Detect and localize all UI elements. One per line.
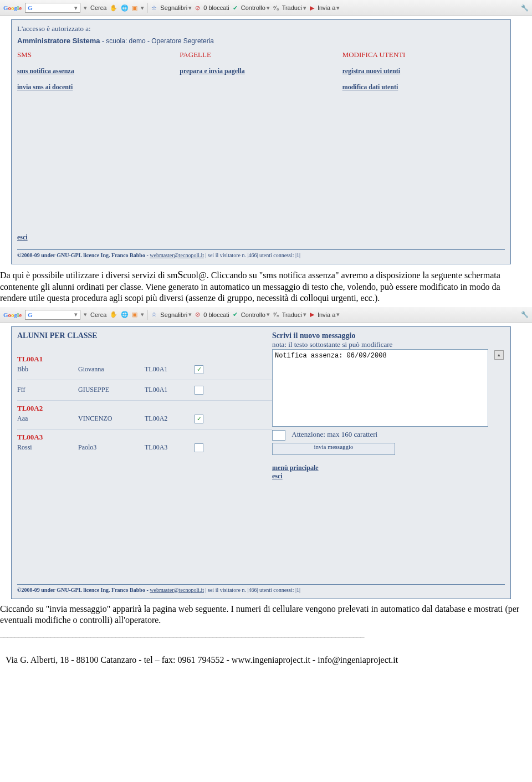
footer-contact: Via G. Alberti, 18 - 88100 Catanzaro - t…: [6, 655, 398, 665]
webmaster-link[interactable]: webmaster@tecnopoli.it: [150, 252, 204, 258]
student-class: TL00A3: [145, 443, 195, 452]
webmaster-link[interactable]: webmaster@tecnopoli.it: [150, 587, 204, 593]
cerca-button[interactable]: Cerca: [90, 4, 106, 11]
footer-copyright: ©2008-09 under GNU-GPL licence Ing. Fran…: [17, 587, 150, 593]
invia-messaggio-button[interactable]: invia messaggio: [272, 443, 395, 455]
google-logo: Google: [3, 311, 22, 318]
invia-button[interactable]: Invia a▾: [318, 311, 340, 318]
blocks-icon: ▣: [132, 4, 137, 12]
segnalibri-button[interactable]: Segnalibri▾: [160, 4, 192, 12]
check-icon: ✔: [233, 311, 238, 318]
blocks-icon: ▣: [132, 311, 137, 318]
invia-button[interactable]: Invia a▾: [318, 4, 340, 12]
student-row: Rossi Paolo3 TL00A3: [17, 443, 272, 452]
admin-panel-screenshot: L'accesso è autorizzato a: Amministrator…: [11, 19, 511, 264]
controllo-button[interactable]: Controllo▾: [241, 311, 270, 318]
description-paragraph-1: Da qui è possibile utilizzare i diversi …: [0, 269, 526, 304]
sms-heading: SMS: [17, 50, 180, 59]
pagelle-heading: PAGELLE: [180, 50, 342, 59]
block-icon: ⊘: [195, 311, 200, 318]
student-name: VINCENZO: [78, 415, 145, 423]
student-surname: Aaa: [17, 415, 78, 423]
traduci-icon: ᵃ⁄ₐ: [273, 311, 279, 318]
student-class: TL00A1: [145, 365, 195, 374]
student-surname: Rossi: [17, 443, 78, 452]
scroll-up-icon[interactable]: ▴: [494, 350, 504, 360]
modifica-dati-utenti-link[interactable]: modifica dati utenti: [342, 83, 505, 91]
prepara-invia-pagella-link[interactable]: prepara e invia pagella: [180, 67, 342, 75]
class-label: TL00A3: [17, 429, 272, 442]
block-icon: ⊘: [195, 4, 200, 12]
class-label: TL00A2: [17, 400, 272, 413]
hand-icon: ✋: [110, 4, 117, 12]
scrivi-messaggio-heading: Scrivi il nuovo messaggio: [272, 331, 505, 340]
student-class: TL00A2: [145, 415, 195, 423]
star-icon[interactable]: ☆: [151, 4, 157, 12]
footer-copyright: ©2008-09 under GNU-GPL licence Ing. Fran…: [17, 252, 150, 258]
footer-visitor-count: | sei il visitatore n. |466| utenti conn…: [206, 252, 300, 258]
message-textarea[interactable]: Notifica assenza: 06/09/2008: [272, 349, 488, 427]
admin-subtitle: - scuola: demo - Operatore Segreteria: [102, 37, 214, 45]
bloccati-label: 0 bloccati: [203, 311, 229, 318]
description-paragraph-2: Ciccando su "invia messaggio" apparirà l…: [0, 604, 526, 626]
student-checkbox[interactable]: ✓: [195, 365, 203, 374]
footer-visitor-count: | sei il visitatore n. |466| utenti conn…: [206, 587, 300, 593]
invia-sms-docenti-link[interactable]: invia sms ai docenti: [17, 83, 180, 91]
cerca-button[interactable]: Cerca: [90, 311, 106, 318]
nota-label: nota: il testo sottostante si può modifi…: [272, 340, 505, 349]
modifica-utenti-heading: MODIFICA UTENTI: [342, 50, 505, 59]
sms-notifica-assenza-link[interactable]: sms notifica assenza: [17, 67, 180, 75]
student-class: TL00A1: [145, 386, 195, 394]
student-checkbox[interactable]: [195, 386, 203, 395]
student-row: Bbb Giovanna TL00A1 ✓: [17, 365, 272, 374]
send-icon: ▶: [310, 4, 314, 12]
student-checkbox[interactable]: [195, 443, 203, 452]
student-checkbox[interactable]: ✓: [195, 415, 203, 423]
student-name: Giovanna: [78, 365, 145, 374]
google-toolbar: Google G ▾ ▾ Cerca ✋ 🌐 ▣ ▾ ☆ Segnalibri▾…: [0, 0, 532, 16]
controllo-button[interactable]: Controllo▾: [241, 4, 270, 12]
separator-line: ________________________________________…: [0, 629, 532, 638]
globe-icon: 🌐: [121, 311, 129, 318]
wrench-icon[interactable]: 🔧: [521, 4, 529, 12]
check-icon: ✔: [233, 4, 238, 12]
admin-title: Amministratore Sistema: [17, 37, 100, 45]
registra-nuovi-utenti-link[interactable]: registra nuovi utenti: [342, 67, 505, 75]
student-row: Aaa VINCENZO TL00A2 ✓: [17, 415, 272, 423]
globe-icon: 🌐: [121, 4, 129, 12]
search-provider-dropdown[interactable]: G ▾: [25, 310, 80, 320]
access-authorized-label: L'accesso è autorizzato a:: [17, 24, 505, 33]
segnalibri-button[interactable]: Segnalibri▾: [160, 311, 192, 318]
alunni-panel-screenshot: ALUNNI PER CLASSE TL00A1 Bbb Giovanna TL…: [11, 326, 511, 599]
google-logo: Google: [3, 4, 22, 11]
student-surname: Fff: [17, 386, 78, 394]
esci-link[interactable]: esci: [272, 472, 505, 481]
bloccati-label: 0 bloccati: [203, 4, 229, 11]
student-row: Fff GIUSEPPE TL00A1: [17, 380, 272, 395]
traduci-icon: ᵃ⁄ₐ: [273, 4, 279, 12]
char-count-box: [272, 430, 285, 441]
traduci-button[interactable]: Traduci▾: [282, 4, 306, 12]
google-toolbar-2: Google G ▾ ▾ Cerca ✋ 🌐 ▣ ▾ ☆ Segnalibri▾…: [0, 307, 532, 323]
menu-principale-link[interactable]: menù principale: [272, 464, 505, 472]
student-name: Paolo3: [78, 443, 145, 452]
student-name: GIUSEPPE: [78, 386, 145, 394]
student-surname: Bbb: [17, 365, 78, 374]
attenzione-label: Attenzione: max 160 caratteri: [291, 430, 377, 438]
alunni-per-classe-heading: ALUNNI PER CLASSE: [17, 331, 272, 340]
page-footer: Via G. Alberti, 18 - 88100 Catanzaro - t…: [0, 638, 532, 671]
wrench-icon[interactable]: 🔧: [521, 311, 529, 318]
star-icon[interactable]: ☆: [151, 311, 157, 318]
traduci-button[interactable]: Traduci▾: [282, 311, 306, 318]
hand-icon: ✋: [110, 311, 117, 318]
esci-link[interactable]: esci: [17, 233, 28, 241]
search-provider-dropdown[interactable]: G ▾: [25, 3, 80, 13]
class-label: TL00A1: [17, 351, 272, 364]
send-icon: ▶: [310, 311, 314, 318]
